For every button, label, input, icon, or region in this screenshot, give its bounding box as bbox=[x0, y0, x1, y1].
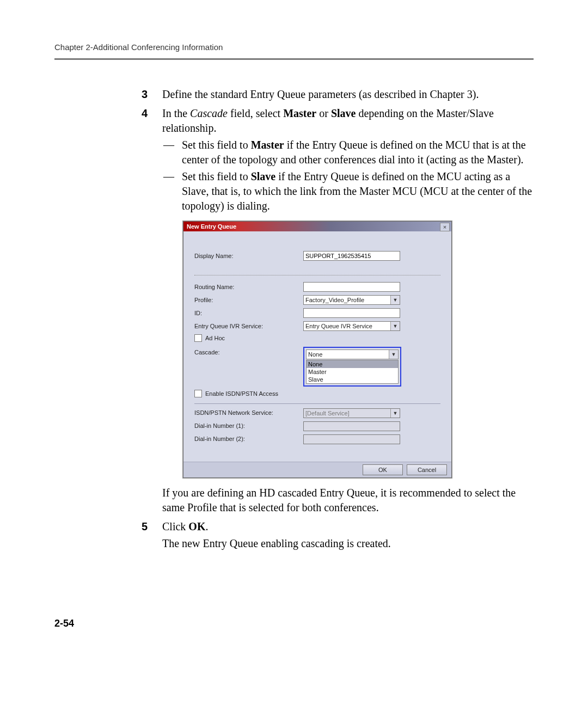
step-text: Click OK. bbox=[162, 519, 534, 534]
header-divider bbox=[54, 58, 534, 60]
t: In the bbox=[162, 107, 190, 119]
t: Set this field to bbox=[182, 170, 251, 182]
label-id: ID: bbox=[194, 309, 303, 317]
row-enable-isdn: Enable ISDN/PSTN Access bbox=[194, 390, 440, 398]
dial1-input bbox=[303, 421, 400, 431]
t: field, select bbox=[228, 107, 283, 119]
chevron-down-icon: ▼ bbox=[390, 296, 400, 304]
combo-value: [Default Service] bbox=[305, 410, 350, 416]
t-bold: Slave bbox=[331, 107, 356, 119]
label-routing-name: Routing Name: bbox=[194, 283, 303, 291]
label-adhoc: Ad Hoc bbox=[205, 334, 225, 342]
chevron-down-icon: ▼ bbox=[390, 409, 400, 418]
combo-value: None bbox=[308, 351, 322, 358]
t-italic: Cascade bbox=[190, 107, 228, 119]
cascade-combo[interactable]: None ▼ bbox=[306, 350, 399, 359]
step-3: 3 Define the standard Entry Queue parame… bbox=[142, 87, 534, 104]
label-display-name: Display Name: bbox=[194, 252, 303, 260]
t-bold: Slave bbox=[251, 170, 276, 182]
bullet-text: Set this field to Master if the Entry Qu… bbox=[182, 138, 534, 167]
cancel-button[interactable]: Cancel bbox=[407, 464, 447, 475]
step-body: Define the standard Entry Queue paramete… bbox=[162, 87, 534, 104]
routing-name-input[interactable] bbox=[303, 282, 400, 292]
row-profile: Profile: Factory_Video_Profile ▼ bbox=[194, 295, 440, 305]
step-5: 5 Click OK. The new Entry Queue enabling… bbox=[142, 519, 534, 553]
t-bold: Master bbox=[251, 139, 284, 151]
label-cascade: Cascade: bbox=[194, 347, 303, 357]
dialog-body: Display Name: Routing Name: Profile: bbox=[183, 231, 451, 462]
step-4: 4 In the Cascade field, select Master or… bbox=[142, 106, 534, 517]
row-cascade: Cascade: None ▼ None Master bbox=[194, 347, 440, 387]
t-bold: Master bbox=[283, 107, 316, 119]
step-number: 4 bbox=[142, 106, 162, 517]
chevron-down-icon: ▼ bbox=[389, 350, 398, 359]
new-entry-queue-dialog: New Entry Queue × Display Name: Routing … bbox=[183, 221, 452, 478]
step-intro: In the Cascade field, select Master or S… bbox=[162, 106, 534, 136]
after-dialog-text: If you are defining an HD cascaded Entry… bbox=[162, 486, 534, 515]
step-body: In the Cascade field, select Master or S… bbox=[162, 106, 534, 517]
t: or bbox=[316, 107, 331, 119]
enable-isdn-checkbox[interactable] bbox=[194, 390, 202, 397]
cascade-option-slave[interactable]: Slave bbox=[307, 376, 398, 383]
dial2-input bbox=[303, 434, 400, 444]
row-dial2: Dial-in Number (2): bbox=[194, 434, 440, 444]
chevron-down-icon: ▼ bbox=[390, 322, 400, 330]
body-content: 3 Define the standard Entry Queue parame… bbox=[142, 87, 534, 553]
t: Click bbox=[162, 520, 188, 532]
bullet-item: — Set this field to Slave if the Entry Q… bbox=[162, 169, 534, 213]
row-display-name: Display Name: bbox=[194, 251, 440, 261]
row-dial1: Dial-in Number (1): bbox=[194, 421, 440, 431]
label-ivr: Entry Queue IVR Service: bbox=[194, 322, 303, 330]
cascade-highlight: None ▼ None Master Slave bbox=[303, 347, 401, 387]
label-profile: Profile: bbox=[194, 296, 303, 304]
combo-value: Entry Queue IVR Service bbox=[305, 323, 372, 329]
display-name-input[interactable] bbox=[303, 251, 400, 261]
bullet-item: — Set this field to Master if the Entry … bbox=[162, 138, 534, 167]
bullet-text: Set this field to Slave if the Entry Que… bbox=[182, 169, 534, 213]
cascade-option-master[interactable]: Master bbox=[307, 368, 398, 376]
adhoc-checkbox[interactable] bbox=[194, 334, 202, 342]
dialog-titlebar: New Entry Queue × bbox=[183, 222, 451, 231]
page-number: 2-54 bbox=[54, 618, 74, 629]
bullet-dash: — bbox=[162, 138, 182, 167]
t-bold: OK bbox=[188, 520, 205, 532]
label-enable-isdn: Enable ISDN/PSTN Access bbox=[205, 390, 278, 398]
label-isdn-service: ISDN/PSTN Network Service: bbox=[194, 409, 303, 417]
cascade-options-list[interactable]: None Master Slave bbox=[306, 360, 399, 384]
combo-value: Factory_Video_Profile bbox=[305, 297, 364, 303]
ivr-combo[interactable]: Entry Queue IVR Service ▼ bbox=[303, 321, 400, 331]
step-followup: The new Entry Queue enabling cascading i… bbox=[162, 536, 534, 551]
cascade-option-none[interactable]: None bbox=[307, 360, 398, 368]
step-number: 3 bbox=[142, 87, 162, 104]
step-number: 5 bbox=[142, 519, 162, 553]
chapter-header: Chapter 2-Additional Conferencing Inform… bbox=[54, 42, 534, 52]
step-body: Click OK. The new Entry Queue enabling c… bbox=[162, 519, 534, 553]
id-input[interactable] bbox=[303, 308, 400, 318]
isdn-service-combo: [Default Service] ▼ bbox=[303, 408, 400, 418]
row-ivr: Entry Queue IVR Service: Entry Queue IVR… bbox=[194, 321, 440, 331]
label-dial1: Dial-in Number (1): bbox=[194, 422, 303, 430]
step-text: Define the standard Entry Queue paramete… bbox=[162, 87, 534, 102]
separator-dotted bbox=[194, 275, 440, 275]
bullet-list: — Set this field to Master if the Entry … bbox=[162, 138, 534, 213]
separator-solid bbox=[194, 403, 440, 404]
row-isdn-service: ISDN/PSTN Network Service: [Default Serv… bbox=[194, 408, 440, 418]
row-adhoc: Ad Hoc bbox=[194, 334, 440, 342]
profile-combo[interactable]: Factory_Video_Profile ▼ bbox=[303, 295, 400, 305]
dialog-footer: OK Cancel bbox=[183, 462, 451, 477]
dialog-title: New Entry Queue bbox=[187, 223, 236, 230]
t: . bbox=[205, 520, 208, 532]
document-page: Chapter 2-Additional Conferencing Inform… bbox=[0, 0, 588, 711]
row-routing-name: Routing Name: bbox=[194, 282, 440, 292]
t: Set this field to bbox=[182, 139, 251, 151]
bullet-dash: — bbox=[162, 169, 182, 213]
row-id: ID: bbox=[194, 308, 440, 318]
ok-button[interactable]: OK bbox=[363, 464, 403, 475]
label-dial2: Dial-in Number (2): bbox=[194, 435, 303, 443]
close-icon[interactable]: × bbox=[440, 223, 450, 231]
